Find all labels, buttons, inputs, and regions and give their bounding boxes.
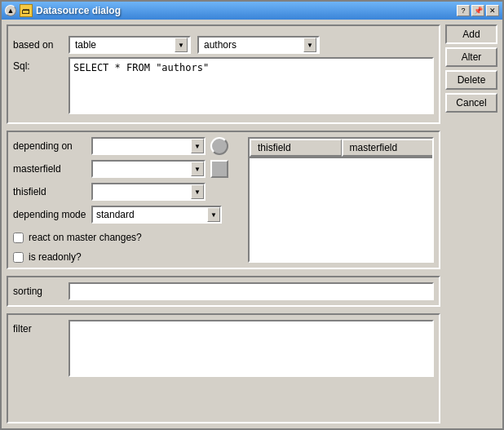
table-dropdown-value: table <box>72 39 175 51</box>
middle-panel: depending on ▼ masterfield <box>7 131 440 269</box>
dep-arrow-icon: ▼ <box>194 143 201 150</box>
left-fields: depending on ▼ masterfield <box>13 137 241 263</box>
sql-section: Sql: SELECT * FROM "authors" <box>13 57 434 114</box>
title-bar-left: ▲ 🗃 Datasource dialog <box>5 4 121 17</box>
window-title: Datasource dialog <box>36 5 121 16</box>
fields-table: thisfield masterfield <box>248 137 434 263</box>
depending-mode-label: depending mode <box>13 209 86 220</box>
sql-label: Sql: <box>13 57 62 72</box>
masterfield-col-header[interactable]: masterfield <box>342 139 433 157</box>
cancel-button[interactable]: Cancel <box>445 93 497 113</box>
table-dropdown[interactable]: table ▼ <box>69 36 191 54</box>
sorting-input[interactable] <box>69 282 434 300</box>
masterfield-small-button[interactable] <box>210 160 228 178</box>
filter-section: filter <box>7 313 440 423</box>
authors-dropdown-arrow[interactable]: ▼ <box>303 38 316 52</box>
authors-arrow-icon: ▼ <box>307 42 313 49</box>
depending-mode-value: standard <box>93 209 207 220</box>
thisfield-row: thisfield ▼ <box>13 183 241 201</box>
based-on-label: based on <box>13 39 62 51</box>
authors-dropdown-value: authors <box>201 39 303 51</box>
masterfield-row: masterfield ▼ <box>13 160 241 178</box>
masterfield-dropdown[interactable]: ▼ <box>91 160 206 178</box>
is-readonly-label: is readonly? <box>29 251 82 263</box>
add-button[interactable]: Add <box>445 24 497 44</box>
action-buttons: Add Alter Delete Cancel <box>440 24 497 423</box>
is-readonly-checkbox[interactable] <box>13 252 24 263</box>
depending-on-arrow[interactable]: ▼ <box>191 139 204 153</box>
dep-mode-arrow[interactable]: ▼ <box>207 207 220 222</box>
thisfield-dropdown[interactable]: ▼ <box>91 183 206 201</box>
main-layout: based on table ▼ authors ▼ <box>7 24 497 423</box>
dropdown-arrow-icon: ▼ <box>178 42 184 49</box>
masterfield-label: masterfield <box>13 163 86 175</box>
mf-arrow-icon: ▼ <box>194 166 201 173</box>
depending-on-round-button[interactable] <box>210 137 228 155</box>
main-content: based on table ▼ authors ▼ <box>7 24 440 423</box>
window-icon: 🗃 <box>20 4 33 17</box>
pin-button[interactable]: 📌 <box>471 5 484 16</box>
react-on-master-label: react on master changes? <box>29 232 142 243</box>
delete-button[interactable]: Delete <box>445 70 497 90</box>
datasource-dialog: ▲ 🗃 Datasource dialog ? 📌 ✕ based on tab… <box>0 0 504 430</box>
depending-on-row: depending on ▼ <box>13 137 241 155</box>
filter-textarea[interactable] <box>69 320 434 377</box>
is-readonly-row: is readonly? <box>13 251 241 263</box>
depending-mode-dropdown[interactable]: standard ▼ <box>91 206 222 224</box>
close-button[interactable]: ✕ <box>486 5 499 16</box>
react-on-master-checkbox[interactable] <box>13 233 24 243</box>
masterfield-arrow[interactable]: ▼ <box>191 162 204 176</box>
window-body: based on table ▼ authors ▼ <box>2 20 502 428</box>
depending-on-dropdown[interactable]: ▼ <box>91 137 206 155</box>
thisfield-arrow[interactable]: ▼ <box>191 184 204 199</box>
help-button[interactable]: ? <box>457 5 470 16</box>
table-header: thisfield masterfield <box>250 139 432 158</box>
react-on-master-row: react on master changes? <box>13 232 241 243</box>
depending-mode-row: depending mode standard ▼ <box>13 206 241 224</box>
title-bar: ▲ 🗃 Datasource dialog ? 📌 ✕ <box>2 2 502 20</box>
filter-label: filter <box>13 320 62 335</box>
alter-button[interactable]: Alter <box>445 47 497 67</box>
top-panel: based on table ▼ authors ▼ <box>7 24 440 124</box>
authors-dropdown[interactable]: authors ▼ <box>197 36 320 54</box>
minimize-button[interactable]: ▲ <box>5 5 16 16</box>
sorting-label: sorting <box>13 286 62 297</box>
table-dropdown-arrow[interactable]: ▼ <box>175 38 188 52</box>
depending-on-label: depending on <box>13 140 86 152</box>
sql-textarea[interactable]: SELECT * FROM "authors" <box>69 57 434 114</box>
based-on-row: based on table ▼ authors ▼ <box>13 31 434 57</box>
sorting-section: sorting <box>7 276 440 307</box>
tf-arrow-icon: ▼ <box>194 188 201 196</box>
title-bar-buttons: ? 📌 ✕ <box>457 5 499 16</box>
thisfield-label: thisfield <box>13 186 86 197</box>
dm-arrow-icon: ▼ <box>210 211 217 219</box>
thisfield-col-header[interactable]: thisfield <box>250 139 342 157</box>
